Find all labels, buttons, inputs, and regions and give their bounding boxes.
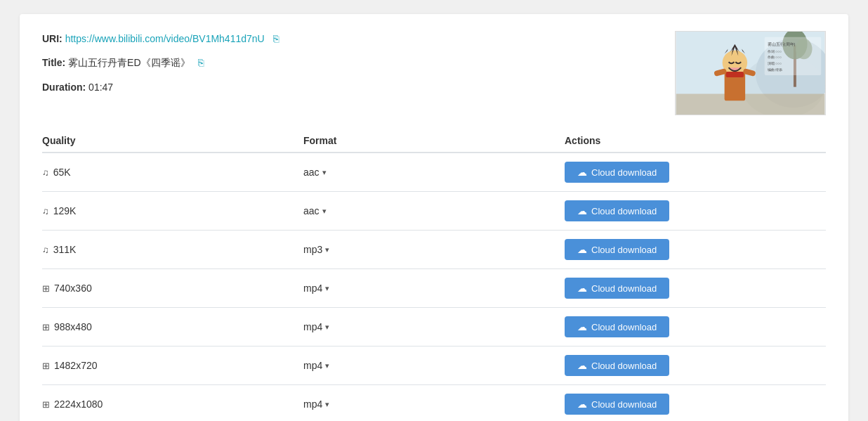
format-cell: aac ▾	[303, 205, 565, 216]
format-dropdown-icon[interactable]: ▾	[325, 284, 329, 293]
quality-cell: ♫ 311K	[42, 244, 303, 255]
svg-text:雾山五行(周年): 雾山五行(周年)	[768, 42, 796, 46]
quality-value: 740x360	[54, 283, 92, 294]
table-row: ♫ 311K mp3 ▾ ☁ Cloud download	[42, 231, 826, 269]
title-row: Title: 雾山五行丹青ED《四季谣》 ⎘	[42, 55, 675, 70]
meta-left: URI: https://www.bilibili.com/video/BV1M…	[42, 31, 675, 103]
meta-section: URI: https://www.bilibili.com/video/BV1M…	[42, 31, 826, 115]
table-row: ⊞ 1482x720 mp4 ▾ ☁ Cloud download	[42, 346, 826, 385]
video-icon: ⊞	[42, 361, 50, 371]
actions-cell: ☁ Cloud download	[565, 355, 826, 376]
video-icon: ⊞	[42, 283, 50, 294]
quality-value: 129K	[53, 205, 77, 216]
format-dropdown-icon[interactable]: ▾	[325, 361, 329, 370]
format-dropdown-icon[interactable]: ▾	[325, 323, 329, 332]
duration-value: 01:47	[88, 82, 113, 93]
cloud-icon: ☁	[577, 360, 587, 371]
cloud-download-button[interactable]: ☁ Cloud download	[565, 162, 669, 183]
svg-text:编曲 待添: 编曲 待添	[768, 67, 782, 72]
download-label: Cloud download	[591, 206, 657, 216]
quality-cell: ⊞ 2224x1080	[42, 399, 303, 410]
main-card: URI: https://www.bilibili.com/video/BV1M…	[20, 14, 848, 421]
format-header: Format	[303, 135, 565, 146]
cloud-icon: ☁	[577, 167, 587, 178]
quality-cell: ♫ 129K	[42, 205, 303, 216]
table-row: ⊞ 740x360 mp4 ▾ ☁ Cloud download	[42, 269, 826, 308]
svg-text:作曲 ○○○: 作曲 ○○○	[767, 55, 782, 59]
format-value: mp4	[303, 321, 322, 332]
cloud-icon: ☁	[577, 399, 587, 410]
format-cell: aac ▾	[303, 167, 565, 178]
music-icon: ♫	[42, 245, 49, 255]
format-dropdown-icon[interactable]: ▾	[325, 400, 329, 409]
video-icon: ⊞	[42, 322, 50, 332]
actions-cell: ☁ Cloud download	[565, 239, 826, 260]
table-row: ⊞ 988x480 mp4 ▾ ☁ Cloud download	[42, 308, 826, 346]
format-cell: mp4 ▾	[303, 283, 565, 294]
cloud-download-button[interactable]: ☁ Cloud download	[565, 239, 669, 260]
actions-header: Actions	[565, 135, 826, 146]
svg-rect-6	[676, 94, 824, 115]
download-label: Cloud download	[591, 283, 657, 294]
duration-row: Duration: 01:47	[42, 79, 675, 95]
quality-header: Quality	[42, 135, 303, 146]
cloud-download-button[interactable]: ☁ Cloud download	[565, 200, 669, 221]
music-icon: ♫	[42, 206, 49, 216]
thumbnail: 雾山五行(周年) 作词 ○○○ 作曲 ○○○ 演唱 ○○○ 编曲 待添	[675, 31, 826, 115]
quality-value: 988x480	[54, 321, 92, 332]
uri-row: URI: https://www.bilibili.com/video/BV1M…	[42, 31, 675, 46]
quality-cell: ⊞ 988x480	[42, 321, 303, 332]
video-icon: ⊞	[42, 399, 50, 410]
cloud-download-button[interactable]: ☁ Cloud download	[565, 394, 669, 415]
cloud-icon: ☁	[577, 321, 587, 332]
table-row: ⊞ 2224x1080 mp4 ▾ ☁ Cloud download	[42, 385, 826, 421]
format-value: mp4	[303, 399, 322, 410]
quality-value: 311K	[53, 244, 77, 255]
cloud-icon: ☁	[577, 244, 587, 255]
title-value: 雾山五行丹青ED《四季谣》	[68, 57, 190, 68]
table-header: Quality Format Actions	[42, 129, 826, 153]
format-dropdown-icon[interactable]: ▾	[322, 207, 327, 216]
cloud-download-button[interactable]: ☁ Cloud download	[565, 355, 669, 376]
table-row: ♫ 129K aac ▾ ☁ Cloud download	[42, 192, 826, 231]
format-value: aac	[303, 205, 320, 216]
format-dropdown-icon[interactable]: ▾	[325, 245, 329, 254]
duration-label: Duration:	[42, 82, 86, 93]
format-cell: mp4 ▾	[303, 399, 565, 410]
quality-cell: ⊞ 740x360	[42, 283, 303, 294]
download-label: Cloud download	[591, 167, 657, 178]
svg-text:演唱 ○○○: 演唱 ○○○	[768, 61, 782, 65]
table-row: ♫ 65K aac ▾ ☁ Cloud download	[42, 153, 826, 192]
download-label: Cloud download	[591, 399, 657, 410]
actions-cell: ☁ Cloud download	[565, 394, 826, 415]
format-value: mp4	[303, 360, 322, 371]
actions-cell: ☁ Cloud download	[565, 162, 826, 183]
quality-cell: ♫ 65K	[42, 167, 303, 178]
quality-value: 2224x1080	[54, 399, 103, 410]
cloud-icon: ☁	[577, 205, 587, 216]
format-cell: mp3 ▾	[303, 244, 565, 255]
quality-value: 1482x720	[54, 360, 98, 371]
format-value: mp4	[303, 283, 322, 294]
format-cell: mp4 ▾	[303, 321, 565, 332]
format-dropdown-icon[interactable]: ▾	[322, 168, 327, 177]
cloud-download-button[interactable]: ☁ Cloud download	[565, 278, 669, 299]
cloud-download-button[interactable]: ☁ Cloud download	[565, 316, 669, 337]
format-value: aac	[303, 167, 320, 178]
svg-rect-12	[726, 72, 744, 77]
title-copy-icon[interactable]: ⎘	[198, 55, 204, 70]
uri-copy-icon[interactable]: ⎘	[273, 31, 279, 46]
download-label: Cloud download	[591, 322, 657, 332]
download-table: Quality Format Actions ♫ 65K aac ▾ ☁ Clo…	[42, 129, 826, 421]
svg-text:作词 ○○○: 作词 ○○○	[767, 49, 782, 53]
format-value: mp3	[303, 244, 322, 255]
actions-cell: ☁ Cloud download	[565, 200, 826, 221]
actions-cell: ☁ Cloud download	[565, 316, 826, 337]
quality-cell: ⊞ 1482x720	[42, 360, 303, 371]
title-label: Title:	[42, 57, 65, 68]
cloud-icon: ☁	[577, 283, 587, 294]
download-label: Cloud download	[591, 245, 657, 255]
uri-link[interactable]: https://www.bilibili.com/video/BV1Mh411d…	[65, 33, 265, 44]
quality-value: 65K	[53, 167, 71, 178]
download-label: Cloud download	[591, 361, 657, 371]
